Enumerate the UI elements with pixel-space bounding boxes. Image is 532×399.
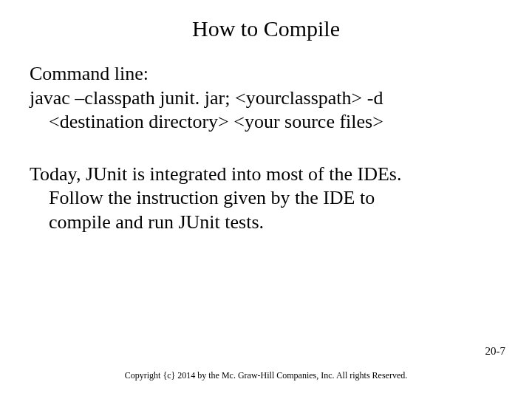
paragraph-gap bbox=[30, 134, 502, 163]
para2-line1: Today, JUnit is integrated into most of … bbox=[30, 163, 502, 187]
para2-line2: Follow the instruction given by the IDE … bbox=[30, 186, 502, 211]
slide: How to Compile Command line: javac –clas… bbox=[0, 0, 532, 399]
slide-title: How to Compile bbox=[0, 16, 532, 41]
slide-body: Command line: javac –classpath junit. ja… bbox=[30, 62, 502, 234]
command-line-2: <destination directory> <your source fil… bbox=[30, 110, 502, 134]
copyright-text: Copyright {c} 2014 by the Mc. Graw-Hill … bbox=[0, 370, 532, 381]
command-line-1: javac –classpath junit. jar; <yourclassp… bbox=[30, 86, 502, 111]
command-label: Command line: bbox=[30, 62, 502, 86]
page-number: 20-7 bbox=[485, 345, 506, 358]
para2-line3: compile and run JUnit tests. bbox=[30, 211, 502, 235]
